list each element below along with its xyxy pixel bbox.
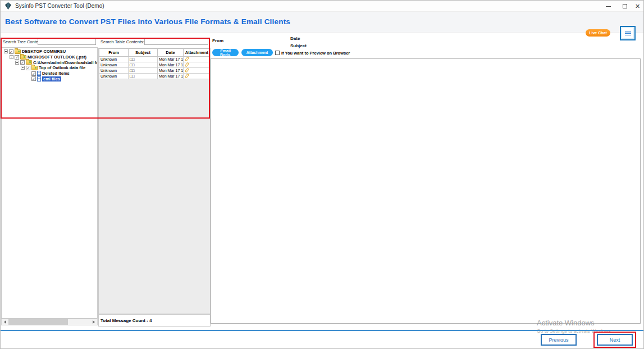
tree-item-deleted-items[interactable]: ✓ Deleted Items [31, 71, 97, 76]
message-table-panel: From Subject Date Attachment Unknown□□ M… [98, 48, 211, 314]
preview-on-browser-checkbox[interactable] [275, 51, 280, 55]
app-window: Sysinfo PST Converter Tool (Demo) ✕ Best… [0, 0, 644, 349]
tree-search-input[interactable] [38, 38, 96, 45]
next-button[interactable]: Next [597, 334, 633, 346]
title-bar: Sysinfo PST Converter Tool (Demo) ✕ [1, 1, 644, 12]
app-tagline: Best Software to Convert PST Files into … [5, 17, 290, 26]
collapse-icon[interactable] [21, 66, 25, 70]
preview-subject-label: Subject [290, 43, 307, 48]
window-title: Sysinfo PST Converter Tool (Demo) [15, 3, 104, 9]
tree-checkbox[interactable]: ✓ [26, 66, 30, 70]
column-header-from[interactable]: From [99, 49, 129, 57]
close-icon: ✕ [635, 3, 640, 10]
attachment-tab-button[interactable]: Attachment [241, 49, 273, 56]
tree-checkbox[interactable]: ✓ [9, 49, 13, 54]
tree-item-eml-files[interactable]: ✓ eml files [31, 76, 97, 81]
collapse-icon[interactable] [15, 61, 19, 65]
activate-windows-watermark: Activate Windows [537, 319, 595, 327]
tree-checkbox[interactable]: ✓ [20, 60, 25, 65]
tree-checkbox[interactable]: ✓ [15, 55, 19, 60]
tree-horizontal-scrollbar[interactable] [1, 319, 98, 325]
preview-on-browser-label: If You want to Preview on Browser [281, 51, 350, 56]
collapse-icon[interactable] [4, 49, 8, 53]
hamburger-icon [625, 31, 631, 32]
table-search-input[interactable] [144, 38, 208, 45]
minimize-button[interactable] [600, 1, 616, 12]
tree-item-desktop[interactable]: ✓ DESKTOP-COMMRSU [4, 49, 97, 55]
minimize-icon [606, 6, 611, 7]
tree-checkbox[interactable]: ✓ [31, 76, 36, 81]
folder-tree-panel: ✓ DESKTOP-COMMRSU ✓ MICROSOFT OUTLOOK (.… [1, 47, 98, 319]
collapse-icon[interactable] [10, 55, 13, 59]
scrollbar-thumb[interactable] [8, 319, 68, 325]
attachment-icon [185, 62, 189, 67]
attachment-icon [185, 68, 189, 73]
mail-folder-icon [37, 71, 41, 76]
table-row[interactable]: Unknown□□ Mon Mar 17 1... [99, 57, 211, 62]
preview-date-label: Date [290, 36, 300, 41]
folder-icon [15, 49, 21, 54]
email-body-tab-button[interactable]: Email Body. [212, 49, 239, 56]
mail-folder-icon [37, 76, 41, 81]
tree-item-pst-path[interactable]: ✓ C:\Users\admin\Downloads\all fo [15, 60, 97, 65]
attachment-icon [185, 74, 189, 79]
live-chat-button[interactable]: Live Chat [586, 29, 610, 37]
tree-checkbox[interactable]: ✓ [31, 71, 36, 76]
previous-button[interactable]: Previous [541, 334, 577, 346]
menu-button[interactable] [620, 26, 636, 40]
total-message-count: Total Message Count : 4 [99, 318, 152, 323]
table-row[interactable]: Unknown□□ Mon Mar 17 1... [99, 74, 211, 79]
column-header-attachment[interactable]: Attachment [184, 49, 211, 57]
tree-item-top-of-data-file[interactable]: ✓ Top of Outlook data file [21, 65, 97, 71]
attachment-icon [185, 57, 189, 62]
scroll-right-icon[interactable] [90, 319, 97, 325]
selected-tree-item-label: eml files [42, 76, 61, 81]
table-row[interactable]: Unknown□□ Mon Mar 17 1... [99, 62, 211, 68]
table-header-row: From Subject Date Attachment [99, 49, 211, 57]
scroll-left-icon[interactable] [2, 319, 8, 325]
app-header: Best Software to Convert PST Files into … [1, 12, 644, 33]
preview-from-label: From [212, 38, 223, 43]
table-row[interactable]: Unknown□□ Mon Mar 17 1... [99, 68, 211, 74]
column-header-date[interactable]: Date [158, 49, 184, 57]
folder-icon [31, 66, 38, 70]
tree-item-outlook-pst[interactable]: ✓ MICROSOFT OUTLOOK (.pst) [10, 55, 97, 60]
message-count-bar: Total Message Count : 4 [98, 314, 211, 327]
footer-divider [1, 330, 644, 331]
folder-icon [26, 60, 32, 65]
activate-windows-subtext: Go to Settings to activate Windows. [537, 328, 612, 334]
app-logo-icon [4, 2, 12, 10]
message-table: From Subject Date Attachment Unknown□□ M… [99, 48, 211, 79]
table-search-label: Search Table Contents: [101, 39, 144, 44]
email-preview-area [211, 58, 641, 324]
close-button[interactable]: ✕ [631, 1, 644, 12]
column-header-subject[interactable]: Subject [129, 49, 158, 57]
maximize-icon [623, 4, 627, 8]
